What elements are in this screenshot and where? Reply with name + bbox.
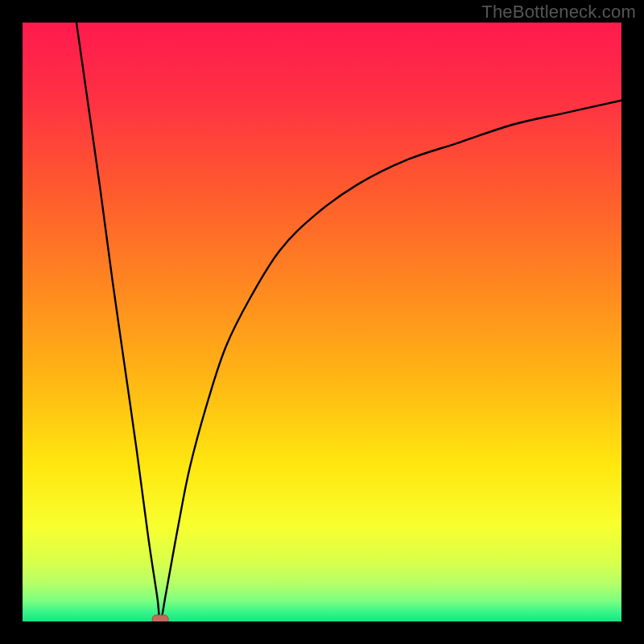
plot-area	[23, 23, 621, 621]
chart-svg	[23, 23, 621, 621]
gradient-background	[23, 23, 621, 621]
minimum-marker	[152, 615, 168, 621]
chart-frame: TheBottleneck.com	[0, 0, 644, 644]
watermark-text: TheBottleneck.com	[481, 2, 636, 23]
